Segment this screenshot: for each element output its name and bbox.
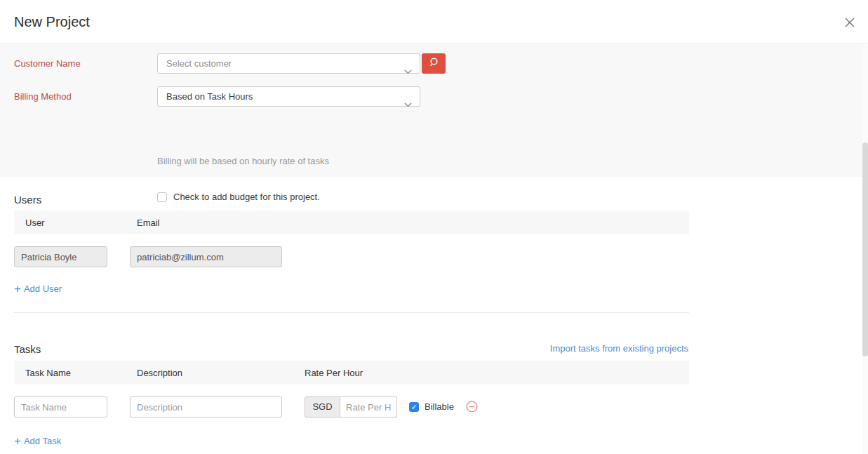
plus-icon: +	[14, 436, 21, 446]
tasks-heading: Tasks	[14, 343, 41, 355]
billing-method-select[interactable]: Based on Task Hours	[157, 86, 420, 107]
billable-checkbox-row: ✓ Billable	[409, 401, 454, 412]
new-project-modal: New Project Customer Name Select custome…	[0, 0, 868, 454]
rate-per-hour-group: SGD	[305, 396, 397, 418]
budget-checkbox-row: Check to add budget for this project.	[157, 192, 320, 202]
budget-checkbox-label: Check to add budget for this project.	[173, 192, 320, 202]
tasks-col-description: Description	[137, 368, 182, 378]
add-task-label: Add Task	[24, 436, 61, 446]
import-tasks-link[interactable]: Import tasks from existing projects	[550, 343, 688, 354]
billable-label: Billable	[425, 401, 454, 412]
users-heading: Users	[14, 194, 41, 206]
billing-method-value: Based on Task Hours	[166, 91, 253, 102]
scrollbar-thumb[interactable]	[862, 142, 868, 356]
page-title: New Project	[14, 14, 90, 30]
close-icon[interactable]	[843, 16, 856, 29]
user-name-field	[14, 246, 107, 267]
users-col-user: User	[25, 218, 44, 228]
search-icon	[428, 57, 439, 70]
customer-select-value: Select customer	[166, 58, 232, 69]
billing-helper-text: Billing will be based on hourly rate of …	[157, 156, 329, 166]
rate-per-hour-input[interactable]	[340, 396, 397, 418]
billing-method-label: Billing Method	[14, 91, 72, 102]
task-description-input[interactable]	[130, 396, 282, 418]
billable-checkbox[interactable]: ✓	[409, 402, 419, 412]
add-task-button[interactable]: + Add Task	[14, 436, 61, 446]
plus-icon: +	[14, 284, 21, 294]
chevron-down-icon	[404, 62, 412, 81]
customer-name-label: Customer Name	[14, 58, 81, 69]
tasks-table-header: Task Name Description Rate Per Hour	[14, 361, 689, 385]
tasks-col-rate: Rate Per Hour	[305, 368, 363, 378]
chevron-down-icon	[404, 95, 412, 114]
modal-header: New Project	[0, 0, 868, 44]
tasks-col-name: Task Name	[25, 368, 71, 378]
remove-task-icon[interactable]	[466, 401, 478, 413]
currency-prefix: SGD	[305, 396, 340, 418]
customer-select[interactable]: Select customer	[157, 53, 420, 74]
project-form-section: Customer Name Select customer Billing Me…	[0, 44, 862, 177]
users-col-email: Email	[137, 218, 160, 228]
task-name-input[interactable]	[14, 396, 107, 418]
scrollbar-track	[862, 44, 868, 454]
budget-checkbox[interactable]	[157, 192, 167, 202]
user-email-field	[130, 246, 282, 267]
add-user-label: Add User	[24, 283, 62, 294]
users-table-header: User Email	[14, 211, 689, 234]
section-divider	[14, 312, 689, 313]
customer-search-button[interactable]	[422, 53, 446, 74]
add-user-button[interactable]: + Add User	[14, 283, 62, 294]
